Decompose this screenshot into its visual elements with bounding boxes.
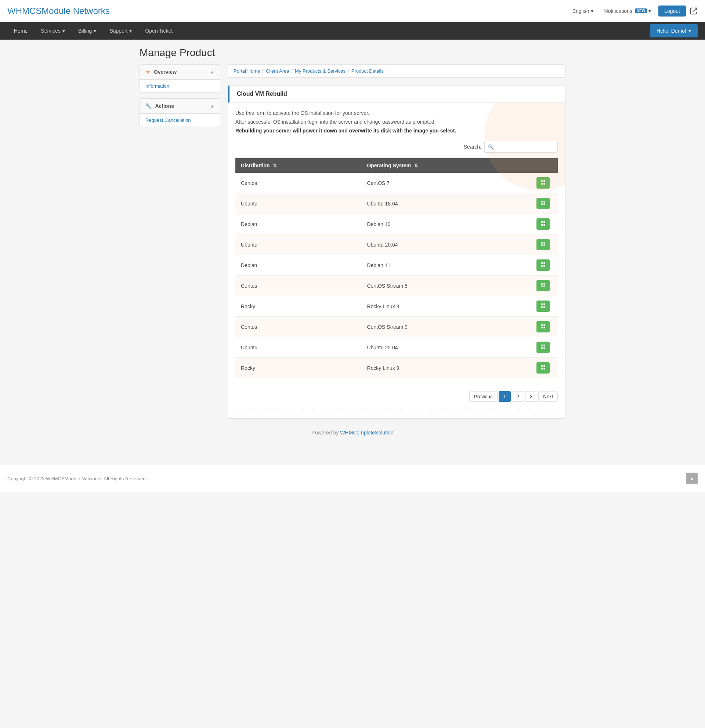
nav-support-caret: ▾ (129, 28, 132, 34)
back-to-top-button[interactable]: ▲ (686, 472, 698, 484)
svg-rect-8 (543, 203, 545, 205)
breadcrumb-my-products[interactable]: My Products & Services (295, 68, 346, 74)
pagination-previous[interactable]: Previous (469, 391, 498, 402)
svg-rect-22 (543, 283, 545, 285)
rebuild-button[interactable] (536, 342, 550, 353)
actions-chevron-icon: ▲ (210, 104, 214, 108)
sidebar-overview-header[interactable]: ★ Overview ▲ (140, 65, 220, 79)
svg-rect-21 (541, 283, 543, 285)
sidebar-actions-header[interactable]: 🔧 Actions ▲ (140, 99, 220, 114)
row-action-cell (528, 276, 558, 296)
os-table: Distribution ⇅ Operating System ⇅ Centos… (235, 158, 558, 378)
table-row: CentosCentOS Stream 8 (235, 276, 558, 296)
svg-rect-10 (543, 221, 545, 223)
row-os: CentOS Stream 9 (361, 317, 528, 337)
instruction-1: Use this form to activate the OS install… (235, 110, 558, 116)
breadcrumb-sep-1: / (262, 68, 263, 74)
pagination-row: Previous 1 2 3 Next (228, 386, 565, 407)
svg-rect-16 (543, 244, 545, 246)
rebuild-button[interactable] (536, 300, 550, 312)
distribution-sort-icon[interactable]: ⇅ (273, 163, 276, 168)
table-row: UbuntuUbuntu 20.04 (235, 234, 558, 255)
sidebar: ★ Overview ▲ Information 🔧 Actions ▲ (139, 64, 220, 419)
notifications-button[interactable]: Notifications NEW ▾ (601, 6, 655, 16)
breadcrumb-client-area[interactable]: Client Area (266, 68, 290, 74)
dot-pattern-decoration (235, 407, 558, 418)
pagination-page-2[interactable]: 2 (512, 391, 524, 402)
bottom-footer: Copyright © 2023 WHMCSModule Networks. A… (0, 465, 705, 492)
content-layout: ★ Overview ▲ Information 🔧 Actions ▲ (139, 64, 566, 419)
row-os: Ubuntu 22.04 (361, 337, 528, 358)
sidebar-link-information[interactable]: Information (140, 79, 220, 92)
pagination-page-3[interactable]: 3 (525, 391, 537, 402)
table-row: CentosCentOS 7 (235, 173, 558, 194)
row-distribution: Debian (235, 255, 361, 276)
instruction-2: After successful OS installation login i… (235, 119, 558, 125)
row-distribution: Rocky (235, 296, 361, 317)
brand-logo[interactable]: WHMCSModule Networks (7, 6, 110, 16)
row-action-cell (528, 194, 558, 214)
rebuild-button[interactable] (536, 177, 550, 189)
svg-rect-20 (543, 265, 545, 267)
nav-services-label: Services (41, 28, 61, 34)
powered-by-link[interactable]: WHMCompleteSolution (340, 430, 394, 436)
breadcrumb: Portal Home / Client Area / My Products … (228, 64, 566, 78)
svg-rect-3 (541, 183, 543, 185)
row-distribution: Debian (235, 214, 361, 234)
rebuild-button[interactable] (536, 218, 550, 230)
breadcrumb-portal-home[interactable]: Portal Home (233, 68, 260, 74)
svg-rect-7 (541, 203, 543, 205)
row-os: Rocky Linux 9 (361, 358, 528, 378)
rebuild-button[interactable] (536, 362, 550, 374)
logout-button[interactable]: Logout (659, 6, 686, 16)
row-os: Ubuntu 20.04 (361, 234, 528, 255)
row-os: CentOS 7 (361, 173, 528, 194)
copyright-text: Copyright © 2023 WHMCSModule Networks. A… (7, 476, 147, 481)
pagination-next[interactable]: Next (538, 391, 558, 402)
rebuild-button[interactable] (536, 280, 550, 291)
nav-item-services[interactable]: Services ▾ (34, 23, 72, 39)
notifications-label: Notifications (604, 8, 632, 14)
overview-header-left: ★ Overview (145, 69, 177, 75)
external-link-icon[interactable] (690, 7, 698, 15)
svg-rect-25 (541, 303, 543, 305)
svg-rect-36 (543, 347, 545, 349)
table-row: DebianDebian 10 (235, 214, 558, 234)
top-right-controls: English ▾ Notifications NEW ▾ Logout (569, 6, 698, 16)
nav-billing-label: Billing (78, 28, 92, 34)
nav-billing-caret: ▾ (94, 28, 96, 34)
os-sort-icon[interactable]: ⇅ (414, 163, 418, 168)
svg-rect-4 (543, 183, 545, 185)
nav-item-home[interactable]: Home (7, 23, 34, 39)
svg-rect-24 (543, 286, 545, 287)
row-distribution: Ubuntu (235, 234, 361, 255)
actions-header-left: 🔧 Actions (145, 103, 174, 109)
search-row: Search: 🔍 (235, 141, 558, 153)
pagination-page-1[interactable]: 1 (499, 391, 511, 402)
nav-item-billing[interactable]: Billing ▾ (72, 23, 103, 39)
table-row: UbuntuUbuntu 22.04 (235, 337, 558, 358)
svg-rect-18 (543, 262, 545, 264)
svg-rect-37 (541, 365, 543, 367)
svg-rect-30 (543, 324, 545, 326)
nav-item-support[interactable]: Support ▾ (103, 23, 138, 39)
svg-rect-39 (541, 368, 543, 370)
rebuild-button[interactable] (536, 198, 550, 209)
search-input[interactable] (484, 141, 558, 153)
svg-rect-11 (541, 224, 543, 226)
rebuild-button[interactable] (536, 321, 550, 332)
table-header: Distribution ⇅ Operating System ⇅ (235, 158, 558, 173)
rebuild-button[interactable] (536, 259, 550, 271)
rebuild-button[interactable] (536, 239, 550, 250)
svg-rect-38 (543, 365, 545, 367)
row-action-cell (528, 337, 558, 358)
row-os: Debian 11 (361, 255, 528, 276)
overview-chevron-icon: ▲ (210, 69, 214, 75)
nav-item-open-ticket[interactable]: Open Ticket (138, 23, 179, 39)
instruction-3: Rebuilding your server will power it dow… (235, 128, 558, 134)
user-greeting-button[interactable]: Hello, Demo! ▾ (650, 24, 698, 38)
language-selector[interactable]: English ▾ (569, 6, 597, 16)
svg-rect-19 (541, 265, 543, 267)
sidebar-link-request-cancellation[interactable]: Request Cancellation (140, 114, 220, 127)
card-body: Use this form to activate the OS install… (228, 103, 565, 386)
